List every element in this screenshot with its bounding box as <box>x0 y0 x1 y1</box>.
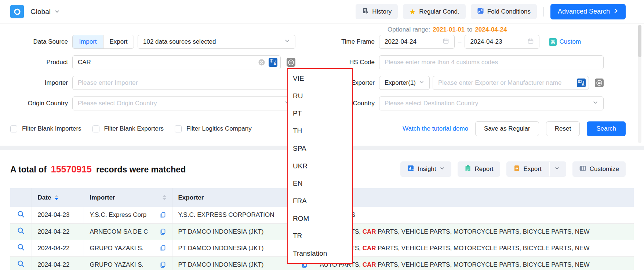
save-as-regular-button[interactable]: Save as Regular <box>475 121 539 136</box>
filter-checkbox-label: Filter Blank Importers <box>22 125 81 132</box>
language-option[interactable]: Translation <box>288 245 352 262</box>
time-frame-start-input[interactable]: 2022-04-24 <box>379 35 455 49</box>
language-option[interactable]: ROM <box>288 210 352 227</box>
reset-button[interactable]: Reset <box>546 121 580 136</box>
hs-code-input[interactable]: Please enter more than 4 customs codes <box>379 55 604 69</box>
trade-data-search-page: Global History ★ Regular Cond. Fold Cond… <box>0 0 644 270</box>
magnifier-icon[interactable] <box>17 210 25 218</box>
checkbox-icon[interactable] <box>92 125 99 132</box>
time-frame-end-value: 2024-04-23 <box>470 38 502 45</box>
export-button[interactable]: Export <box>506 161 566 177</box>
language-option[interactable]: TH <box>288 122 352 140</box>
clear-icon[interactable] <box>258 59 265 66</box>
exporter-input[interactable]: Please enter Exporter or Manufacturer na… <box>433 76 589 90</box>
magnifier-icon[interactable] <box>17 243 25 251</box>
synonym-icon[interactable] <box>287 58 295 67</box>
tutorial-demo-link[interactable]: Watch the tutorial demo <box>403 125 468 132</box>
filter-checkbox[interactable]: Filter Blank Exporters <box>92 125 164 132</box>
chevron-down-icon[interactable] <box>554 165 560 173</box>
history-button-label: History <box>372 8 392 15</box>
importer-cell: ARNECOM SA DE C <box>84 223 172 240</box>
copy-icon[interactable] <box>159 212 166 219</box>
language-option[interactable]: UKR <box>288 157 352 175</box>
exporter-type-select[interactable]: Exporter(1) <box>379 76 430 90</box>
origin-country-label: Origin Country <box>0 100 72 107</box>
copy-icon[interactable] <box>159 228 166 235</box>
custom-time-frame-link[interactable]: ⌘ Custom <box>549 38 581 46</box>
product-cell: AUTO PARTS, CAR PARTS, VEHICLE PARTS, MO… <box>314 240 634 256</box>
column-header-product[interactable]: Product <box>314 188 634 207</box>
language-option[interactable]: FRA <box>288 192 352 210</box>
export-button-label: Export <box>524 165 542 173</box>
history-button[interactable]: History <box>356 4 398 19</box>
language-option[interactable]: RU <box>288 87 352 105</box>
svg-text:BI: BI <box>412 168 414 171</box>
synonym-icon[interactable] <box>595 79 604 87</box>
importer-cell: Y.S.C. Express Corp <box>84 207 172 223</box>
importer-name[interactable]: GRUPO YAZAKI S. <box>90 261 144 269</box>
panel-scrollbar[interactable] <box>638 25 641 143</box>
data-source-import-tab[interactable]: Import <box>73 35 103 48</box>
exporter-name[interactable]: PT DAMCO INDONESIA (JKT) <box>178 228 264 236</box>
regular-cond-button[interactable]: ★ Regular Cond. <box>403 4 466 19</box>
search-button[interactable]: Search <box>587 121 626 136</box>
copy-icon[interactable] <box>159 245 166 252</box>
copy-icon[interactable] <box>159 261 166 268</box>
results-summary: A total of 15570915 records were matched <box>10 164 186 175</box>
exporter-name[interactable]: PT DAMCO INDONESIA (JKT) <box>178 261 264 269</box>
exporter-name[interactable]: PT DAMCO INDONESIA (JKT) <box>178 245 264 252</box>
exporter-placeholder: Please enter Exporter or Manufacturer na… <box>438 79 561 87</box>
sort-icons[interactable] <box>163 195 166 200</box>
language-option[interactable]: EN <box>288 175 352 192</box>
insight-button[interactable]: BI Insight <box>400 161 451 177</box>
advanced-search-label: Advanced Search <box>558 8 610 15</box>
language-option[interactable]: TR <box>288 227 352 245</box>
column-header-date[interactable]: Date <box>32 188 84 207</box>
magnifier-icon[interactable] <box>17 227 25 235</box>
language-option[interactable]: SPA <box>288 140 352 157</box>
customize-columns-icon <box>579 165 586 174</box>
time-frame-end-input[interactable]: 2024-04-23 <box>465 35 539 49</box>
exporter-name[interactable]: Y.S.C. EXPRESS CORPORATION <box>178 211 274 219</box>
column-header-importer[interactable]: Importer <box>84 188 172 207</box>
checkbox-icon[interactable] <box>10 125 17 132</box>
importer-label: Importer <box>0 79 72 87</box>
scrollbar-thumb[interactable] <box>638 25 641 57</box>
translate-icon[interactable]: A <box>269 58 277 67</box>
region-selector-label[interactable]: Global <box>30 8 51 16</box>
importer-name[interactable]: ARNECOM SA DE C <box>90 228 148 236</box>
time-frame-label: Time Frame <box>295 38 379 45</box>
fold-conditions-button[interactable]: Fold Conditions <box>471 4 537 19</box>
advanced-search-button[interactable]: Advanced Search <box>550 4 626 19</box>
chevron-right-icon <box>614 8 618 15</box>
history-icon <box>362 7 369 16</box>
filter-checkbox-label: Filter Blank Exporters <box>104 125 164 132</box>
importer-name[interactable]: GRUPO YAZAKI S. <box>90 245 144 252</box>
data-sources-select[interactable]: 102 data sources selected <box>138 35 295 49</box>
topbar-button-group: History ★ Regular Cond. Fold Conditions … <box>356 4 626 19</box>
importer-input[interactable]: Please enter Importer <box>72 76 295 90</box>
origin-country-select[interactable]: Please select Origin Country <box>72 96 295 110</box>
detail-cell <box>10 207 32 223</box>
exporter-header-label: Exporter <box>178 194 204 201</box>
app-logo-icon[interactable] <box>10 5 24 18</box>
detail-cell <box>10 256 32 270</box>
destination-country-select[interactable]: Please select Destination Country <box>379 96 604 110</box>
sort-icons[interactable] <box>55 195 58 200</box>
report-button[interactable]: Report <box>458 161 500 177</box>
customize-button[interactable]: Customize <box>572 161 626 177</box>
filter-checkbox[interactable]: Filter Blank Importers <box>10 125 81 132</box>
language-option[interactable]: VIE <box>288 70 352 87</box>
data-source-export-tab[interactable]: Export <box>103 35 134 48</box>
chevron-down-icon[interactable] <box>54 9 60 14</box>
regular-cond-button-label: Regular Cond. <box>419 8 459 15</box>
translate-icon[interactable]: A <box>577 79 586 87</box>
magnifier-icon[interactable] <box>17 260 25 268</box>
filter-checkbox[interactable]: Filter Logitics Company <box>175 125 252 132</box>
product-description: AUTO PARTS, CAR PARTS, VEHICLE PARTS, MO… <box>320 228 590 235</box>
checkbox-icon[interactable] <box>175 125 182 132</box>
language-option[interactable]: PT <box>288 105 352 122</box>
product-input[interactable]: CAR A <box>72 55 281 69</box>
importer-name[interactable]: Y.S.C. Express Corp <box>90 211 147 219</box>
summary-suffix: records were matched <box>96 165 186 175</box>
